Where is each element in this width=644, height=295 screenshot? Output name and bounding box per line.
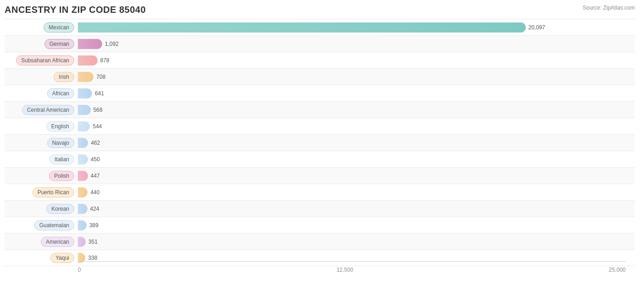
bar-label: African — [47, 88, 74, 98]
bar-value-label: 641 — [95, 90, 104, 97]
bar-value-label: 878 — [100, 57, 109, 64]
bar-row: Irish708 — [5, 68, 635, 85]
bar-value-label: 450 — [91, 156, 100, 163]
bar-fill: 389 — [78, 220, 87, 230]
bar-row: Guatemalan389 — [5, 217, 635, 233]
label-cell: Yaqui — [5, 253, 78, 263]
bar-cell: 568 — [78, 105, 635, 115]
bar-fill: 450 — [78, 154, 88, 164]
bar-fill: 440 — [78, 187, 87, 197]
bar-row: Navajo462 — [5, 134, 635, 151]
bar-value-label: 440 — [90, 189, 99, 196]
bar-row: Puerto Rican440 — [5, 184, 635, 200]
x-label-25000: 25,000 — [609, 267, 626, 273]
label-cell: Subsaharan African — [5, 55, 78, 66]
bar-value-label: 338 — [88, 255, 97, 261]
label-cell: Irish — [5, 72, 78, 82]
bar-cell: 1,092 — [78, 39, 635, 49]
label-cell: Guatemalan — [5, 220, 78, 230]
bar-cell: 462 — [78, 138, 635, 148]
bar-label: Navajo — [47, 138, 74, 148]
bar-value-label: 447 — [91, 173, 100, 179]
bar-value-label: 1,092 — [105, 41, 119, 47]
bar-fill: 878 — [78, 55, 98, 66]
label-cell: Polish — [5, 171, 78, 181]
bar-cell: 20,097 — [78, 22, 635, 33]
bar-cell: 544 — [78, 121, 635, 131]
bar-label: Irish — [54, 72, 74, 82]
label-cell: Central American — [5, 105, 78, 115]
label-cell: Puerto Rican — [5, 187, 78, 197]
bar-cell: 389 — [78, 220, 635, 230]
label-cell: African — [5, 88, 78, 98]
label-cell: Navajo — [5, 138, 78, 148]
bar-cell: 708 — [78, 72, 635, 82]
bar-row: Mexican20,097 — [5, 19, 635, 35]
bar-label: Puerto Rican — [33, 187, 74, 197]
label-cell: Italian — [5, 154, 78, 164]
bar-value-label: 568 — [93, 107, 103, 113]
bar-label: Yaqui — [50, 253, 74, 263]
x-label-12500: 12,500 — [337, 267, 354, 273]
bar-row: English544 — [5, 118, 635, 134]
bar-cell: 641 — [78, 88, 635, 98]
bar-cell: 424 — [78, 204, 635, 214]
label-cell: English — [5, 121, 78, 131]
bar-value-label: 351 — [88, 239, 98, 245]
label-cell: Korean — [5, 204, 78, 214]
bar-cell: 450 — [78, 154, 635, 164]
bar-label: German — [44, 39, 74, 49]
bar-cell: 440 — [78, 187, 635, 197]
bar-label: American — [41, 237, 74, 247]
bar-fill: 708 — [78, 72, 93, 82]
bar-label: Subsaharan African — [16, 55, 74, 66]
bar-row: German1,092 — [5, 35, 635, 52]
chart-container: ANCESTRY IN ZIP CODE 85040 Source: ZipAt… — [0, 0, 644, 295]
bar-row: American351 — [5, 233, 635, 250]
bar-fill: 351 — [78, 237, 86, 247]
bar-label: Polish — [49, 171, 74, 181]
bar-label: Korean — [46, 204, 74, 214]
bar-value-label: 20,097 — [529, 24, 546, 31]
bar-fill: 447 — [78, 171, 88, 181]
label-cell: German — [5, 39, 78, 49]
bar-cell: 447 — [78, 171, 635, 181]
bar-label: Central American — [22, 105, 74, 115]
bar-value-label: 424 — [90, 206, 99, 212]
bar-value-label: 544 — [93, 123, 102, 130]
bar-fill: 544 — [78, 121, 90, 131]
bar-row: Polish447 — [5, 167, 635, 184]
label-cell: American — [5, 237, 78, 247]
bars-section: Mexican20,097German1,092Subsaharan Afric… — [5, 19, 635, 262]
bar-fill: 424 — [78, 204, 87, 214]
bar-value-label: 462 — [91, 140, 100, 146]
bar-fill: 641 — [78, 88, 92, 98]
bar-row: Korean424 — [5, 200, 635, 217]
bar-row: Italian450 — [5, 151, 635, 167]
bar-label: Italian — [49, 154, 74, 164]
bar-fill: 462 — [78, 138, 88, 148]
chart-title: ANCESTRY IN ZIP CODE 85040 — [5, 5, 635, 15]
bar-value-label: 708 — [96, 74, 105, 80]
bar-row: African641 — [5, 85, 635, 101]
bar-label: Guatemalan — [34, 220, 74, 230]
source-label: Source: ZipAtlas.com — [583, 5, 635, 11]
label-cell: Mexican — [5, 22, 78, 33]
bar-cell: 878 — [78, 55, 635, 66]
bar-fill: 1,092 — [78, 39, 102, 49]
bar-fill: 20,097 — [78, 22, 526, 33]
bar-cell: 351 — [78, 237, 635, 247]
bar-label: English — [46, 121, 74, 131]
x-axis — [78, 261, 626, 262]
bar-row: Central American568 — [5, 101, 635, 118]
bar-value-label: 389 — [89, 222, 98, 229]
chart-area: Mexican20,097German1,092Subsaharan Afric… — [5, 19, 635, 275]
bar-row: Yaqui338 — [5, 250, 635, 266]
bar-row: Subsaharan African878 — [5, 52, 635, 68]
bar-fill: 568 — [78, 105, 91, 115]
bar-label: Mexican — [44, 22, 74, 33]
x-axis-labels: 0 12,500 25,000 — [78, 267, 626, 273]
x-label-0: 0 — [78, 267, 81, 273]
